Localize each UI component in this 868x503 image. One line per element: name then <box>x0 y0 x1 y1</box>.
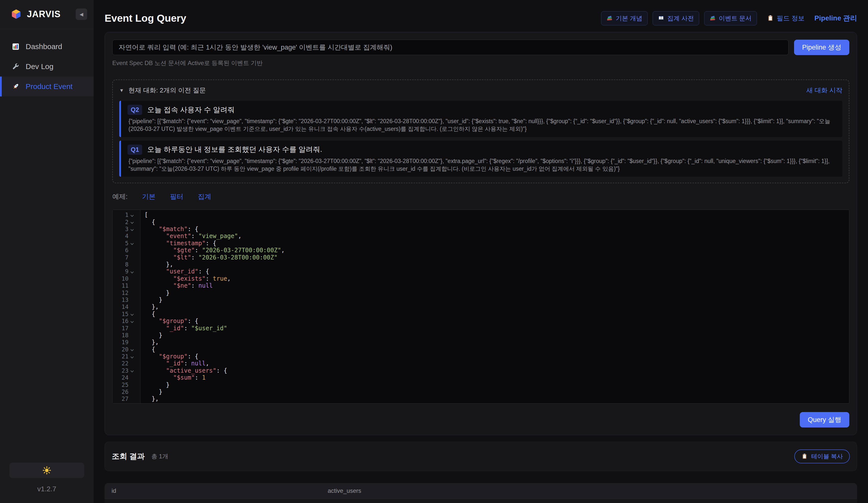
line-number: 14 <box>113 304 128 310</box>
line-number: 1 <box>113 212 128 218</box>
results-title: 조회 결과 <box>112 451 145 462</box>
table-cell: 87 <box>321 499 857 503</box>
sidebar: JARVIS ◀ DashboardDev LogProduct Event v… <box>0 0 94 503</box>
field-info-link[interactable]: 필드 정보 <box>767 14 805 23</box>
fold-slot <box>128 270 141 273</box>
answer-pipeline-text: {"pipeline": [{"$match": {"event": "view… <box>127 118 836 133</box>
clipboard-icon <box>767 15 774 22</box>
examples-row: 예제: 기본필터집계 <box>112 192 849 201</box>
new-conversation-link[interactable]: 새 대화 시작 <box>806 86 843 95</box>
line-number: 17 <box>113 325 128 332</box>
line-number: 20 <box>113 346 128 353</box>
pipeline-generate-button[interactable]: Pipeline 생성 <box>794 40 849 55</box>
code-text: { <box>141 219 155 225</box>
sidebar-item-dev-log[interactable]: Dev Log <box>0 57 94 77</box>
pipeline-manage-link[interactable]: Pipeline 관리 <box>815 13 857 23</box>
editor-line: 27 }, <box>113 395 849 402</box>
theme-toggle-button[interactable] <box>9 463 84 478</box>
fold-chevron-icon[interactable] <box>131 228 134 231</box>
fold-chevron-icon[interactable] <box>131 313 134 316</box>
line-number: 24 <box>113 374 128 381</box>
sidebar-item-dashboard[interactable]: Dashboard <box>0 37 94 57</box>
header-link-label: Pipeline 관리 <box>815 13 857 23</box>
example-link[interactable]: 필터 <box>170 192 184 201</box>
results-count: 총 1개 <box>152 452 168 460</box>
line-number: 18 <box>113 332 128 339</box>
example-link[interactable]: 집계 <box>198 192 211 201</box>
editor-line: 21 "$group": { <box>113 353 849 360</box>
code-text: }, <box>141 303 159 310</box>
editor-line: 23 "active_users": { <box>113 367 849 374</box>
code-text: "user_id": { <box>141 268 209 275</box>
header-link-label: 필드 정보 <box>777 14 805 23</box>
line-number: 19 <box>113 339 128 345</box>
line-number: 7 <box>113 254 128 261</box>
page-header: Event Log Query 기본 개념집계 사전이벤트 문서필드 정보Pip… <box>105 11 857 26</box>
question-text: 오늘 하루동안 내 정보를 조회했던 사용자 수를 알려줘. <box>147 144 322 154</box>
code-text: "$ne": null <box>141 282 213 289</box>
fold-chevron-icon[interactable] <box>131 242 134 245</box>
app-title: JARVIS <box>27 9 76 19</box>
line-number: 10 <box>113 275 128 282</box>
code-text: { <box>141 311 155 318</box>
query-input[interactable] <box>112 40 788 55</box>
books-icon <box>606 15 613 21</box>
editor-line: 20 { <box>113 346 849 353</box>
editor-line: 18 } <box>113 332 849 339</box>
line-number: 6 <box>113 247 128 253</box>
conversation-item[interactable]: Q1오늘 하루동안 내 정보를 조회했던 사용자 수를 알려줘.{"pipeli… <box>119 141 843 177</box>
fold-chevron-icon[interactable] <box>131 214 134 217</box>
fold-chevron-icon[interactable] <box>131 355 134 359</box>
editor-line: 2 { <box>113 218 849 225</box>
code-text: "_id": "$user_id" <box>141 325 227 332</box>
editor-line: 19 }, <box>113 339 849 346</box>
editor-line: 6 "$gte": "2026-03-27T00:00:00Z", <box>113 247 849 254</box>
sidebar-item-product-event[interactable]: Product Event <box>0 77 94 97</box>
rocket-icon <box>12 82 20 90</box>
fold-slot <box>128 348 141 351</box>
editor-line: 4 "event": "view_page", <box>113 233 849 240</box>
results-header: 조회 결과 총 1개 테이블 복사 <box>112 450 850 463</box>
code-text: "$group": { <box>141 353 198 360</box>
line-number: 27 <box>113 395 128 402</box>
editor-line: 13 } <box>113 296 849 303</box>
clipboard-icon <box>801 453 808 460</box>
code-text: } <box>141 381 169 388</box>
editor-line: 24 "$sum": 1 <box>113 374 849 381</box>
line-number: 16 <box>113 318 128 324</box>
doc-pill-button[interactable]: 기본 개념 <box>601 11 648 26</box>
chevron-down-icon[interactable]: ▼ <box>119 88 124 93</box>
pipeline-code-editor[interactable]: 1[2 {3 "$match": {4 "event": "view_page"… <box>112 210 849 404</box>
copy-table-label: 테이블 복사 <box>811 452 843 460</box>
line-number: 28 <box>113 403 128 404</box>
conversation-item[interactable]: Q2오늘 접속 사용자 수 알려줘{"pipeline": [{"$match"… <box>119 101 843 137</box>
sidebar-item-label: Product Event <box>25 82 72 91</box>
editor-line: 15 { <box>113 311 849 318</box>
code-text: "timestamp": { <box>141 240 216 247</box>
fold-chevron-icon[interactable] <box>131 270 134 273</box>
fold-slot <box>128 320 141 323</box>
question-badge: Q2 <box>127 105 142 115</box>
fold-chevron-icon[interactable] <box>131 221 134 224</box>
doc-pill-button[interactable]: 이벤트 문서 <box>704 11 757 26</box>
fold-chevron-icon[interactable] <box>131 369 134 372</box>
fold-chevron-icon[interactable] <box>131 320 134 323</box>
examples-links: 기본필터집계 <box>128 192 211 201</box>
code-text: }, <box>141 339 159 346</box>
copy-table-button[interactable]: 테이블 복사 <box>794 450 850 463</box>
editor-line: 3 "$match": { <box>113 225 849 233</box>
conversation-item-header: Q1오늘 하루동안 내 정보를 조회했던 사용자 수를 알려줘. <box>127 144 836 155</box>
results-card: 조회 결과 총 1개 테이블 복사 <box>105 442 857 471</box>
code-text: "active_users": { <box>141 367 227 374</box>
fold-chevron-icon[interactable] <box>131 348 134 351</box>
sidebar-collapse-button[interactable]: ◀ <box>76 9 87 20</box>
line-number: 22 <box>113 360 128 367</box>
code-text: "$sum": 1 <box>141 374 206 381</box>
code-text: "$lt": "2026-03-28T00:00:00Z" <box>141 254 278 261</box>
code-text: } <box>141 332 162 339</box>
question-badge: Q1 <box>127 144 142 155</box>
doc-pill-button[interactable]: 집계 사전 <box>653 11 699 26</box>
results-table-card: idactive_users -87 <box>105 483 857 503</box>
example-link[interactable]: 기본 <box>142 192 156 201</box>
query-run-button[interactable]: Query 실행 <box>800 412 849 427</box>
